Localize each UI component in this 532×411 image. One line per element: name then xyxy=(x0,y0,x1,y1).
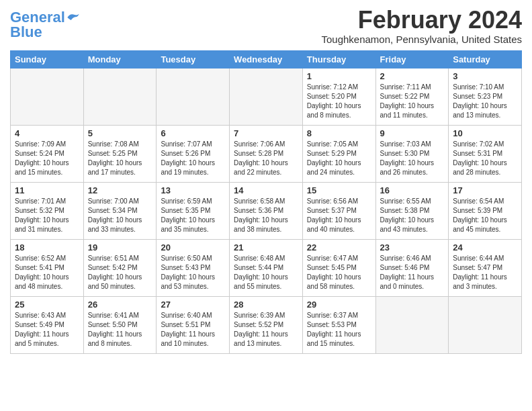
day-number: 5 xyxy=(88,128,152,138)
day-info: Sunrise: 6:48 AM Sunset: 5:44 PM Dayligh… xyxy=(234,254,298,291)
day-info: Sunrise: 7:05 AM Sunset: 5:29 PM Dayligh… xyxy=(307,140,371,177)
calendar-cell: 23Sunrise: 6:46 AM Sunset: 5:46 PM Dayli… xyxy=(375,239,449,296)
day-info: Sunrise: 6:55 AM Sunset: 5:38 PM Dayligh… xyxy=(380,197,445,234)
header-sunday: Sunday xyxy=(11,50,84,68)
day-number: 2 xyxy=(380,71,445,81)
header-saturday: Saturday xyxy=(449,50,522,68)
day-number: 6 xyxy=(161,128,225,138)
calendar-cell: 25Sunrise: 6:43 AM Sunset: 5:49 PM Dayli… xyxy=(11,296,84,353)
calendar-cell: 3Sunrise: 7:10 AM Sunset: 5:23 PM Daylig… xyxy=(449,68,522,125)
day-info: Sunrise: 6:40 AM Sunset: 5:51 PM Dayligh… xyxy=(161,311,225,349)
logo-bird-icon xyxy=(66,12,80,23)
calendar-cell xyxy=(375,296,449,353)
calendar-header: SundayMondayTuesdayWednesdayThursdayFrid… xyxy=(11,50,522,68)
header-tuesday: Tuesday xyxy=(157,50,230,68)
calendar-cell: 26Sunrise: 6:41 AM Sunset: 5:50 PM Dayli… xyxy=(83,296,157,353)
calendar-cell: 12Sunrise: 7:00 AM Sunset: 5:34 PM Dayli… xyxy=(83,182,157,239)
day-number: 29 xyxy=(307,300,371,310)
location: Toughkenamon, Pennsylvania, United State… xyxy=(321,34,522,45)
header-wednesday: Wednesday xyxy=(230,50,303,68)
day-number: 13 xyxy=(161,185,225,195)
day-info: Sunrise: 7:11 AM Sunset: 5:22 PM Dayligh… xyxy=(380,83,445,120)
day-number: 14 xyxy=(234,185,298,195)
day-info: Sunrise: 6:37 AM Sunset: 5:53 PM Dayligh… xyxy=(307,311,371,349)
calendar-cell: 5Sunrise: 7:08 AM Sunset: 5:25 PM Daylig… xyxy=(83,125,157,182)
day-number: 19 xyxy=(88,242,152,253)
day-number: 12 xyxy=(88,185,152,195)
calendar-week-1: 4Sunrise: 7:09 AM Sunset: 5:24 PM Daylig… xyxy=(11,125,522,182)
day-number: 22 xyxy=(307,242,371,253)
logo: General Blue xyxy=(10,10,80,40)
calendar-cell: 14Sunrise: 6:58 AM Sunset: 5:36 PM Dayli… xyxy=(230,182,303,239)
calendar-cell: 29Sunrise: 6:37 AM Sunset: 5:53 PM Dayli… xyxy=(302,296,375,353)
day-info: Sunrise: 7:03 AM Sunset: 5:30 PM Dayligh… xyxy=(380,140,445,177)
day-number: 7 xyxy=(234,128,298,138)
calendar-cell: 2Sunrise: 7:11 AM Sunset: 5:22 PM Daylig… xyxy=(375,68,449,125)
day-info: Sunrise: 6:43 AM Sunset: 5:49 PM Dayligh… xyxy=(15,311,79,349)
calendar-cell: 20Sunrise: 6:50 AM Sunset: 5:43 PM Dayli… xyxy=(157,239,230,296)
day-info: Sunrise: 6:47 AM Sunset: 5:45 PM Dayligh… xyxy=(307,254,371,291)
day-number: 11 xyxy=(15,185,79,195)
title-section: February 2024 Toughkenamon, Pennsylvania… xyxy=(321,7,522,45)
day-info: Sunrise: 6:51 AM Sunset: 5:42 PM Dayligh… xyxy=(88,254,152,291)
day-number: 17 xyxy=(453,185,517,195)
day-number: 8 xyxy=(307,128,371,138)
calendar-cell: 22Sunrise: 6:47 AM Sunset: 5:45 PM Dayli… xyxy=(302,239,375,296)
day-info: Sunrise: 6:54 AM Sunset: 5:39 PM Dayligh… xyxy=(453,197,517,234)
day-number: 20 xyxy=(161,242,225,253)
day-info: Sunrise: 6:39 AM Sunset: 5:52 PM Dayligh… xyxy=(234,311,298,349)
header-thursday: Thursday xyxy=(302,50,375,68)
calendar-cell: 28Sunrise: 6:39 AM Sunset: 5:52 PM Dayli… xyxy=(230,296,303,353)
day-info: Sunrise: 6:50 AM Sunset: 5:43 PM Dayligh… xyxy=(161,254,225,291)
day-number: 9 xyxy=(380,128,445,138)
day-info: Sunrise: 7:02 AM Sunset: 5:31 PM Dayligh… xyxy=(453,140,517,177)
day-info: Sunrise: 6:46 AM Sunset: 5:46 PM Dayligh… xyxy=(380,254,445,291)
day-number: 23 xyxy=(380,242,445,253)
day-info: Sunrise: 7:06 AM Sunset: 5:28 PM Dayligh… xyxy=(234,140,298,177)
day-number: 4 xyxy=(15,128,79,138)
calendar-cell: 19Sunrise: 6:51 AM Sunset: 5:42 PM Dayli… xyxy=(83,239,157,296)
day-number: 28 xyxy=(234,300,298,310)
day-number: 1 xyxy=(307,71,371,81)
day-info: Sunrise: 7:09 AM Sunset: 5:24 PM Dayligh… xyxy=(15,140,79,177)
calendar-cell: 1Sunrise: 7:12 AM Sunset: 5:20 PM Daylig… xyxy=(302,68,375,125)
calendar-cell: 11Sunrise: 7:01 AM Sunset: 5:32 PM Dayli… xyxy=(11,182,84,239)
day-number: 10 xyxy=(453,128,517,138)
calendar-week-3: 18Sunrise: 6:52 AM Sunset: 5:41 PM Dayli… xyxy=(11,239,522,296)
calendar-cell: 24Sunrise: 6:44 AM Sunset: 5:47 PM Dayli… xyxy=(449,239,522,296)
calendar-cell xyxy=(449,296,522,353)
day-number: 3 xyxy=(453,71,517,81)
day-info: Sunrise: 7:08 AM Sunset: 5:25 PM Dayligh… xyxy=(88,140,152,177)
header-friday: Friday xyxy=(375,50,449,68)
day-number: 18 xyxy=(15,242,79,253)
calendar-week-2: 11Sunrise: 7:01 AM Sunset: 5:32 PM Dayli… xyxy=(11,182,522,239)
day-number: 15 xyxy=(307,185,371,195)
day-info: Sunrise: 6:41 AM Sunset: 5:50 PM Dayligh… xyxy=(88,311,152,349)
day-info: Sunrise: 6:58 AM Sunset: 5:36 PM Dayligh… xyxy=(234,197,298,234)
month-title: February 2024 xyxy=(321,7,522,34)
day-info: Sunrise: 7:12 AM Sunset: 5:20 PM Dayligh… xyxy=(307,83,371,120)
calendar-week-0: 1Sunrise: 7:12 AM Sunset: 5:20 PM Daylig… xyxy=(11,68,522,125)
day-number: 16 xyxy=(380,185,445,195)
calendar-cell: 16Sunrise: 6:55 AM Sunset: 5:38 PM Dayli… xyxy=(375,182,449,239)
day-info: Sunrise: 7:00 AM Sunset: 5:34 PM Dayligh… xyxy=(88,197,152,234)
calendar-cell: 13Sunrise: 6:59 AM Sunset: 5:35 PM Dayli… xyxy=(157,182,230,239)
day-info: Sunrise: 6:52 AM Sunset: 5:41 PM Dayligh… xyxy=(15,254,79,291)
calendar-cell xyxy=(11,68,84,125)
day-info: Sunrise: 6:44 AM Sunset: 5:47 PM Dayligh… xyxy=(453,254,517,291)
calendar-cell: 6Sunrise: 7:07 AM Sunset: 5:26 PM Daylig… xyxy=(157,125,230,182)
calendar-cell: 27Sunrise: 6:40 AM Sunset: 5:51 PM Dayli… xyxy=(157,296,230,353)
calendar-week-4: 25Sunrise: 6:43 AM Sunset: 5:49 PM Dayli… xyxy=(11,296,522,353)
day-info: Sunrise: 6:56 AM Sunset: 5:37 PM Dayligh… xyxy=(307,197,371,234)
calendar-cell: 10Sunrise: 7:02 AM Sunset: 5:31 PM Dayli… xyxy=(449,125,522,182)
page-header: General Blue February 2024 Toughkenamon,… xyxy=(10,7,522,45)
calendar-table: SundayMondayTuesdayWednesdayThursdayFrid… xyxy=(10,50,522,354)
day-info: Sunrise: 6:59 AM Sunset: 5:35 PM Dayligh… xyxy=(161,197,225,234)
day-info: Sunrise: 7:07 AM Sunset: 5:26 PM Dayligh… xyxy=(161,140,225,177)
calendar-cell: 21Sunrise: 6:48 AM Sunset: 5:44 PM Dayli… xyxy=(230,239,303,296)
calendar-cell: 7Sunrise: 7:06 AM Sunset: 5:28 PM Daylig… xyxy=(230,125,303,182)
day-number: 21 xyxy=(234,242,298,253)
day-number: 27 xyxy=(161,300,225,310)
calendar-cell: 18Sunrise: 6:52 AM Sunset: 5:41 PM Dayli… xyxy=(11,239,84,296)
calendar-cell: 15Sunrise: 6:56 AM Sunset: 5:37 PM Dayli… xyxy=(302,182,375,239)
